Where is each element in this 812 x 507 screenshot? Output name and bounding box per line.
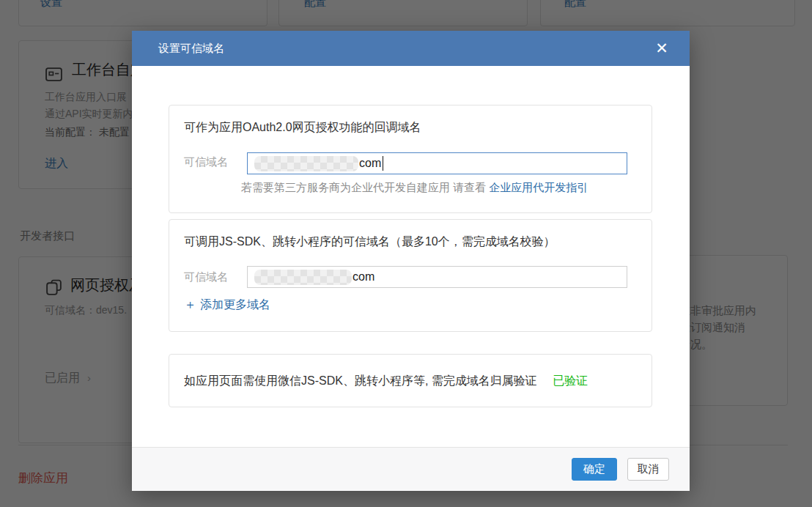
verify-text: 如应用页面需使用微信JS-SDK、跳转小程序等, 需完成域名归属验证 (184, 374, 537, 387)
modal-footer: 确定 取消 (132, 447, 690, 491)
oauth-domain-value: com (359, 157, 381, 170)
jssdk-domain-input[interactable]: com (247, 266, 627, 288)
verified-link[interactable]: 已验证 (553, 374, 588, 387)
plus-icon: ＋ (184, 297, 196, 311)
redacted-domain-blur (254, 270, 352, 285)
text-cursor (383, 156, 383, 171)
jssdk-domain-label: 可信域名 (184, 270, 228, 284)
confirm-button[interactable]: 确定 (572, 458, 617, 481)
oauth-section-title: 可作为应用OAuth2.0网页授权功能的回调域名 (184, 120, 421, 136)
modal-header: 设置可信域名 ✕ (132, 31, 690, 66)
add-more-domain-label: 添加更多域名 (200, 298, 270, 311)
redacted-domain-blur (254, 156, 358, 171)
trusted-domain-modal: 设置可信域名 ✕ 可作为应用OAuth2.0网页授权功能的回调域名 可信域名 c… (132, 31, 690, 491)
helper-text: 若需要第三方服务商为企业代开发自建应用 请查看 (241, 181, 486, 193)
oauth-domain-label: 可信域名 (184, 155, 228, 169)
close-icon[interactable]: ✕ (652, 38, 672, 59)
oauth-domain-input[interactable]: com (247, 152, 627, 174)
verify-row: 如应用页面需使用微信JS-SDK、跳转小程序等, 需完成域名归属验证 已验证 (184, 374, 588, 389)
add-more-domain-link[interactable]: ＋添加更多域名 (184, 296, 270, 313)
dev-guide-link[interactable]: 企业应用代开发指引 (489, 181, 588, 193)
modal-title: 设置可信域名 (158, 42, 224, 56)
jssdk-domain-section: 可调用JS-SDK、跳转小程序的可信域名（最多10个，需完成域名校验） 可信域名… (169, 219, 652, 332)
jssdk-domain-value: com (353, 270, 374, 284)
jssdk-section-title: 可调用JS-SDK、跳转小程序的可信域名（最多10个，需完成域名校验） (184, 234, 556, 250)
oauth-domain-section: 可作为应用OAuth2.0网页授权功能的回调域名 可信域名 com 若需要第三方… (169, 105, 652, 213)
cancel-button[interactable]: 取消 (627, 458, 669, 481)
oauth-helper-text: 若需要第三方服务商为企业代开发自建应用 请查看 企业应用代开发指引 (241, 181, 588, 195)
domain-verify-section: 如应用页面需使用微信JS-SDK、跳转小程序等, 需完成域名归属验证 已验证 (169, 354, 652, 407)
